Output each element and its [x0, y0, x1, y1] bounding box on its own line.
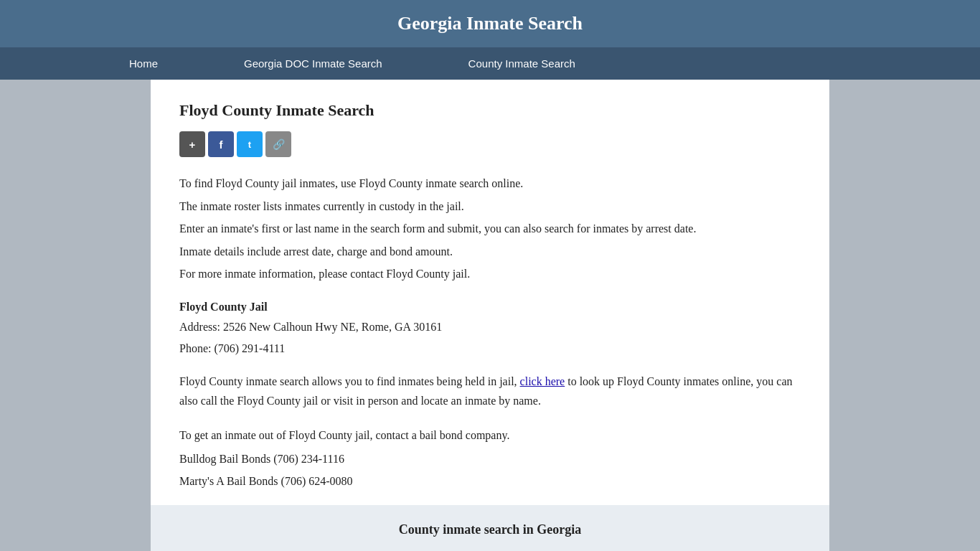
- paragraph-bail: To get an inmate out of Floyd County jai…: [179, 425, 801, 445]
- share-button-link[interactable]: 🔗: [265, 131, 291, 157]
- bail-company1: Bulldog Bail Bonds (706) 234-1116: [179, 449, 801, 468]
- jail-address: Address: 2526 New Calhoun Hwy NE, Rome, …: [179, 318, 801, 336]
- desc-line-4: Inmate details include arrest date, char…: [179, 242, 801, 261]
- desc-line-5: For more inmate information, please cont…: [179, 265, 801, 283]
- description-section: To find Floyd County jail inmates, use F…: [179, 174, 801, 283]
- nav-county-search[interactable]: County Inmate Search: [425, 47, 618, 80]
- jail-info: Floyd County Jail Address: 2526 New Calh…: [179, 301, 801, 357]
- share-button-share[interactable]: +: [179, 131, 205, 157]
- share-button-facebook[interactable]: f: [208, 131, 234, 157]
- bail-company2: Marty's A Bail Bonds (706) 624-0080: [179, 471, 801, 491]
- nav-home[interactable]: Home: [86, 47, 201, 80]
- page-title: Floyd County Inmate Search: [179, 101, 801, 120]
- desc-line-2: The inmate roster lists inmates currentl…: [179, 197, 801, 216]
- share-button-twitter[interactable]: t: [237, 131, 263, 157]
- content-area: Floyd County Inmate Search + f t 🔗 To fi…: [151, 80, 829, 551]
- desc-line-1: To find Floyd County jail inmates, use F…: [179, 174, 801, 193]
- jail-name: Floyd County Jail: [179, 301, 801, 314]
- paragraph-search-before: Floyd County inmate search allows you to…: [179, 375, 517, 387]
- site-header: Georgia Inmate Search: [0, 0, 980, 47]
- county-section: County inmate search in Georgia Atkinson…: [151, 505, 829, 551]
- click-here-link[interactable]: click here: [520, 375, 565, 387]
- app-wrapper: Georgia Inmate Search Home Georgia DOC I…: [0, 0, 980, 551]
- site-title: Georgia Inmate Search: [397, 13, 583, 34]
- county-section-title: County inmate search in Georgia: [179, 522, 801, 537]
- jail-phone: Phone: (706) 291-4111: [179, 339, 801, 358]
- main-nav: Home Georgia DOC Inmate Search County In…: [0, 47, 980, 80]
- desc-line-3: Enter an inmate's first or last name in …: [179, 220, 801, 238]
- nav-doc-search[interactable]: Georgia DOC Inmate Search: [201, 47, 425, 80]
- share-buttons: + f t 🔗: [179, 131, 801, 157]
- paragraph-search: Floyd County inmate search allows you to…: [179, 372, 801, 410]
